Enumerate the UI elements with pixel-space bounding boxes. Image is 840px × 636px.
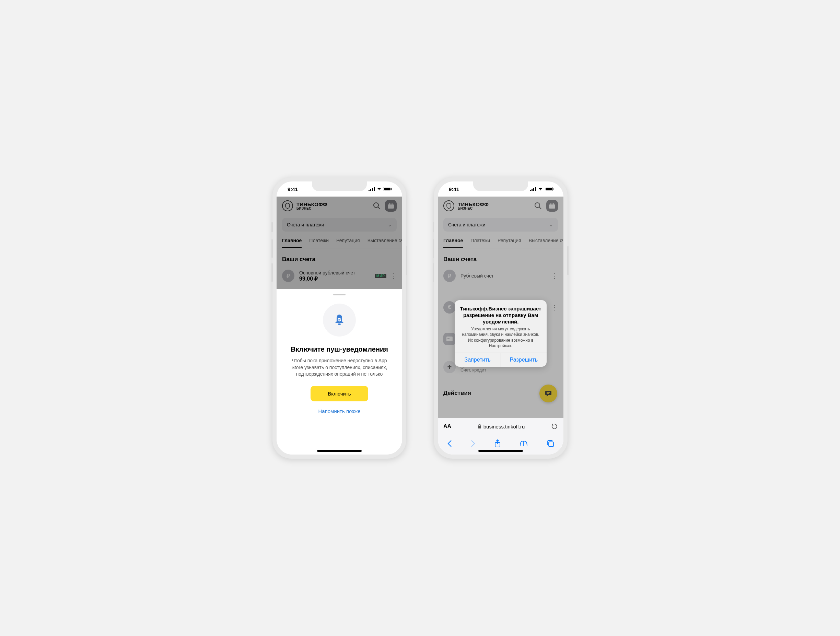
status-icons — [368, 187, 393, 191]
svg-rect-12 — [338, 324, 341, 325]
svg-rect-2 — [372, 188, 373, 191]
svg-rect-3 — [374, 187, 375, 191]
status-time: 9:41 — [287, 186, 298, 192]
svg-rect-29 — [478, 426, 481, 428]
share-icon[interactable] — [494, 439, 501, 448]
safari-url-bar[interactable]: AA business.tinkoff.ru — [438, 418, 564, 435]
deny-button[interactable]: Запретить — [455, 353, 501, 367]
enable-button[interactable]: Включить — [311, 386, 368, 401]
tabs-icon[interactable] — [546, 440, 554, 447]
svg-rect-19 — [553, 188, 553, 190]
sheet-title: Включите пуш-уведомления — [286, 346, 393, 354]
svg-rect-14 — [532, 189, 532, 191]
svg-rect-1 — [370, 189, 371, 191]
backdrop[interactable] — [276, 197, 402, 289]
svg-rect-6 — [392, 188, 392, 190]
svg-rect-13 — [530, 190, 531, 191]
svg-rect-32 — [549, 442, 553, 447]
text-size-button[interactable]: AA — [443, 423, 451, 429]
back-icon[interactable] — [447, 440, 452, 447]
reload-icon[interactable] — [551, 423, 558, 430]
svg-rect-0 — [368, 190, 369, 191]
permission-alert: Тинькофф.Бизнес запрашивает разрешение н… — [455, 300, 546, 367]
home-indicator[interactable] — [478, 450, 523, 452]
status-time: 9:41 — [449, 186, 459, 192]
alert-message: Уведомления могут содержать напоминания,… — [459, 326, 542, 349]
forward-icon[interactable] — [471, 440, 475, 447]
svg-rect-16 — [535, 187, 536, 191]
status-icons — [530, 187, 554, 191]
alert-title: Тинькофф.Бизнес запрашивает разрешение н… — [459, 306, 542, 325]
remind-later-button[interactable]: Напомнить позже — [318, 408, 360, 414]
phone-mockup-right: 9:41 ТИНЬКОФФ БИЗНЕС — [434, 177, 568, 459]
svg-rect-18 — [546, 188, 552, 190]
bookmarks-icon[interactable] — [519, 440, 528, 447]
phone-mockup-left: 9:41 ТИНЬКОФФ БИЗНЕС — [272, 177, 406, 459]
home-indicator[interactable] — [317, 450, 362, 452]
allow-button[interactable]: Разрешить — [501, 353, 547, 367]
url-text: business.tinkoff.ru — [483, 424, 525, 429]
sheet-grabber[interactable] — [333, 294, 346, 295]
svg-rect-5 — [384, 188, 390, 190]
bell-icon — [323, 304, 356, 336]
svg-rect-15 — [533, 188, 534, 191]
push-sheet: Включите пуш-уведомления Чтобы пока прил… — [276, 289, 402, 455]
lock-icon — [478, 424, 482, 429]
sheet-desc: Чтобы пока приложение недоступно в App S… — [288, 357, 390, 378]
